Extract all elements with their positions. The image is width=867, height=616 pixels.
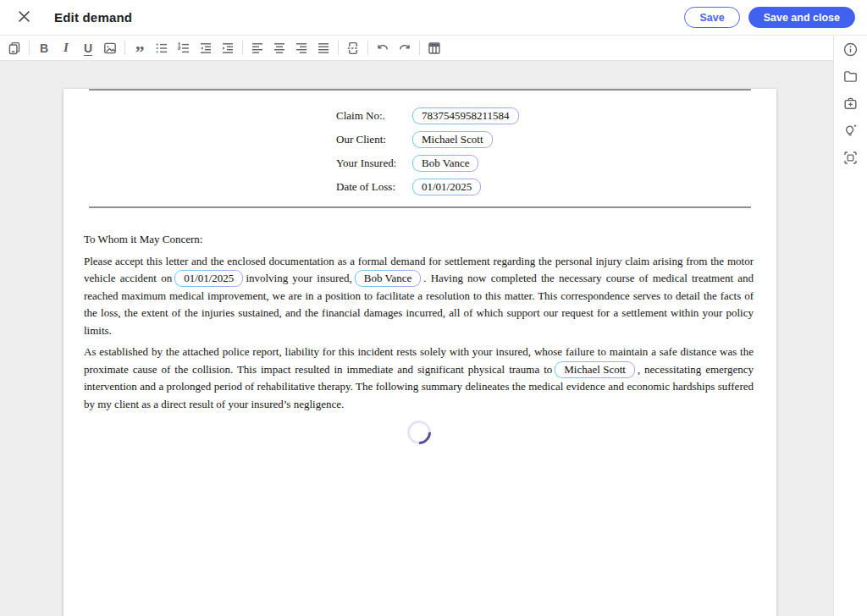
insert-image-icon[interactable] — [99, 38, 121, 58]
field-label: Date of Loss: — [336, 180, 412, 194]
field-row-our-client: Our Client: Michael Scott — [336, 128, 776, 151]
date-of-loss-chip[interactable]: 01/01/2025 — [412, 179, 481, 195]
insured-inline-chip[interactable]: Bob Vance — [355, 270, 421, 287]
insert-table-icon[interactable] — [423, 38, 445, 58]
undo-icon[interactable] — [372, 38, 394, 58]
align-center-icon[interactable] — [268, 38, 290, 58]
paragraph-2: As established by the attached police re… — [84, 344, 754, 413]
justify-icon[interactable] — [312, 38, 334, 58]
toolbar-separator — [124, 41, 125, 55]
header: Edit demand Save Save and close — [0, 0, 867, 36]
our-client-chip[interactable]: Michael Scott — [412, 131, 493, 148]
main-row: B I U ” — [0, 36, 867, 616]
your-insured-chip[interactable]: Bob Vance — [412, 155, 478, 172]
horizontal-rule — [89, 206, 751, 208]
field-label: Our Client: — [336, 133, 412, 146]
letter-body[interactable]: To Whom it May Concern: Please accept th… — [64, 231, 776, 444]
italic-icon[interactable]: I — [55, 38, 77, 58]
paragraph-1: Please accept this letter and the enclos… — [84, 253, 754, 340]
align-left-icon[interactable] — [246, 38, 268, 58]
indent-icon[interactable] — [217, 38, 239, 58]
align-right-icon[interactable] — [290, 38, 312, 58]
right-sidebar — [833, 36, 867, 616]
document-page[interactable]: Claim No:. 7837545958211584 Our Client: … — [64, 89, 776, 616]
numbered-list-icon[interactable] — [173, 38, 195, 58]
toolbar-separator — [419, 41, 420, 55]
add-exhibit-icon[interactable] — [839, 91, 863, 115]
save-and-close-button[interactable]: Save and close — [748, 7, 855, 28]
underline-icon[interactable]: U — [77, 38, 99, 58]
date-of-loss-inline-chip[interactable]: 01/01/2025 — [174, 270, 243, 287]
idea-icon[interactable] — [839, 118, 863, 142]
outdent-icon[interactable] — [195, 38, 217, 58]
redo-icon[interactable] — [394, 38, 416, 58]
field-label: Your Insured: — [336, 157, 412, 170]
bulleted-list-icon[interactable] — [151, 38, 173, 58]
claim-no-chip[interactable]: 7837545958211584 — [412, 107, 519, 124]
close-icon — [18, 10, 30, 25]
greeting: To Whom it May Concern: — [84, 231, 754, 249]
editor-canvas: Claim No:. 7837545958211584 Our Client: … — [0, 61, 833, 616]
toolbar-separator — [29, 41, 30, 55]
body-text: involving your insured, — [246, 272, 351, 284]
loading-spinner — [402, 415, 436, 449]
format-toolbar: B I U ” — [0, 36, 833, 61]
field-row-claim-no: Claim No:. 7837545958211584 — [336, 104, 776, 128]
claim-fields: Claim No:. 7837545958211584 Our Client: … — [336, 104, 776, 199]
close-button[interactable] — [14, 8, 34, 28]
field-row-your-insured: Your Insured: Bob Vance — [336, 151, 776, 175]
toolbar-separator — [242, 41, 243, 55]
page-break-icon[interactable] — [342, 38, 364, 58]
client-inline-chip[interactable]: Michael Scott — [555, 361, 635, 378]
field-row-date-of-loss: Date of Loss: 01/01/2025 — [336, 175, 776, 199]
bold-icon[interactable]: B — [33, 38, 55, 58]
pages-icon[interactable] — [3, 38, 25, 58]
field-label: Claim No:. — [336, 109, 412, 123]
toolbar-separator — [338, 41, 339, 55]
horizontal-rule — [89, 89, 751, 91]
page-title: Edit demand — [54, 10, 132, 25]
save-button[interactable]: Save — [684, 7, 739, 28]
info-icon[interactable] — [839, 37, 863, 61]
folder-icon[interactable] — [839, 64, 863, 88]
toolbar-separator — [367, 41, 368, 55]
focus-view-icon[interactable] — [839, 146, 863, 169]
blockquote-icon[interactable]: ” — [129, 38, 151, 58]
